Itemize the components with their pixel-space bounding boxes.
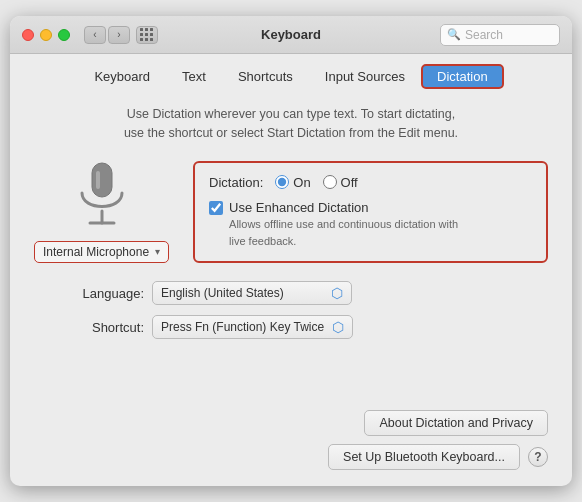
description-line1: Use Dictation wherever you can type text… bbox=[127, 107, 455, 121]
enhanced-text-block: Use Enhanced Dictation Allows offline us… bbox=[229, 200, 458, 250]
shortcut-row: Shortcut: Press Fn (Function) Key Twice … bbox=[64, 315, 548, 339]
forward-button[interactable]: › bbox=[108, 26, 130, 44]
language-select-arrow: ⬡ bbox=[331, 285, 343, 301]
nav-buttons: ‹ › bbox=[84, 26, 130, 44]
mic-dropdown-label: Internal Microphone bbox=[43, 245, 149, 259]
dictation-label: Dictation: bbox=[209, 175, 263, 190]
enhanced-desc-line1: Allows offline use and continuous dictat… bbox=[229, 217, 458, 232]
language-row: Language: English (United States) ⬡ bbox=[64, 281, 548, 305]
settings-rows: Language: English (United States) ⬡ Shor… bbox=[34, 281, 548, 339]
language-select[interactable]: English (United States) ⬡ bbox=[152, 281, 352, 305]
language-value: English (United States) bbox=[161, 286, 284, 300]
window-title: Keyboard bbox=[261, 27, 321, 42]
shortcut-select[interactable]: Press Fn (Function) Key Twice ⬡ bbox=[152, 315, 353, 339]
mic-section: Internal Microphone ▾ bbox=[34, 161, 169, 263]
enhanced-title: Use Enhanced Dictation bbox=[229, 200, 458, 215]
tab-input-sources[interactable]: Input Sources bbox=[309, 64, 421, 89]
bluetooth-keyboard-button[interactable]: Set Up Bluetooth Keyboard... bbox=[328, 444, 520, 470]
mic-dropdown[interactable]: Internal Microphone ▾ bbox=[34, 241, 169, 263]
about-dictation-button[interactable]: About Dictation and Privacy bbox=[364, 410, 548, 436]
radio-on-label: On bbox=[293, 175, 310, 190]
grid-icon bbox=[140, 28, 154, 42]
description: Use Dictation wherever you can type text… bbox=[34, 105, 548, 143]
search-placeholder: Search bbox=[465, 28, 503, 42]
mic-dropdown-arrow: ▾ bbox=[155, 246, 160, 257]
enhanced-checkbox[interactable] bbox=[209, 201, 223, 215]
shortcut-label: Shortcut: bbox=[64, 320, 144, 335]
enhanced-desc-line2: live feedback. bbox=[229, 234, 458, 249]
dictation-box: Dictation: On Off bbox=[193, 161, 548, 264]
close-button[interactable] bbox=[22, 29, 34, 41]
bottom-row: Set Up Bluetooth Keyboard... ? bbox=[328, 444, 548, 470]
radio-on[interactable]: On bbox=[275, 175, 310, 190]
search-icon: 🔍 bbox=[447, 28, 461, 41]
tabs-bar: Keyboard Text Shortcuts Input Sources Di… bbox=[10, 54, 572, 89]
main-row: Internal Microphone ▾ Dictation: On bbox=[34, 161, 548, 264]
dictation-row: Dictation: On Off bbox=[209, 175, 532, 190]
keyboard-window: ‹ › Keyboard 🔍 Search Keyboard Text Shor… bbox=[10, 16, 572, 486]
titlebar: ‹ › Keyboard 🔍 Search bbox=[10, 16, 572, 54]
language-label: Language: bbox=[64, 286, 144, 301]
back-button[interactable]: ‹ bbox=[84, 26, 106, 44]
grid-button[interactable] bbox=[136, 26, 158, 44]
help-button[interactable]: ? bbox=[528, 447, 548, 467]
maximize-button[interactable] bbox=[58, 29, 70, 41]
tab-keyboard[interactable]: Keyboard bbox=[78, 64, 166, 89]
radio-off[interactable]: Off bbox=[323, 175, 358, 190]
description-line2: use the shortcut or select Start Dictati… bbox=[124, 126, 458, 140]
traffic-lights bbox=[22, 29, 70, 41]
radio-on-input[interactable] bbox=[275, 175, 289, 189]
radio-off-label: Off bbox=[341, 175, 358, 190]
svg-rect-3 bbox=[96, 171, 100, 189]
enhanced-row: Use Enhanced Dictation Allows offline us… bbox=[209, 200, 532, 250]
tab-shortcuts[interactable]: Shortcuts bbox=[222, 64, 309, 89]
shortcut-value: Press Fn (Function) Key Twice bbox=[161, 320, 324, 334]
radio-group: On Off bbox=[275, 175, 357, 190]
radio-off-input[interactable] bbox=[323, 175, 337, 189]
minimize-button[interactable] bbox=[40, 29, 52, 41]
search-box[interactable]: 🔍 Search bbox=[440, 24, 560, 46]
content-area: Use Dictation wherever you can type text… bbox=[10, 89, 572, 398]
svg-rect-0 bbox=[92, 163, 112, 197]
shortcut-select-arrow: ⬡ bbox=[332, 319, 344, 335]
microphone-icon bbox=[74, 161, 130, 231]
bottom-buttons: About Dictation and Privacy Set Up Bluet… bbox=[10, 398, 572, 486]
tab-dictation[interactable]: Dictation bbox=[421, 64, 504, 89]
tab-text[interactable]: Text bbox=[166, 64, 222, 89]
